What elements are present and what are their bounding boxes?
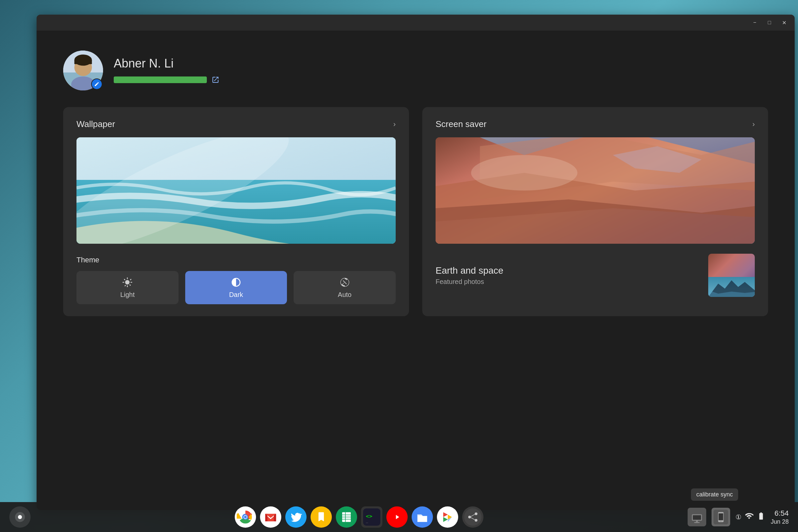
external-link-icon [211, 76, 220, 84]
sheets-icon [338, 508, 355, 526]
avatar-edit-button[interactable] [91, 78, 102, 90]
svg-rect-6 [75, 60, 92, 64]
terminal-icon: <> _ [363, 508, 380, 526]
svg-point-40 [475, 512, 477, 515]
screensaver-content-title: Earth and space [436, 265, 504, 276]
svg-rect-48 [694, 522, 700, 523]
phone-icon [714, 510, 728, 524]
screensaver-thumb-top [708, 254, 755, 277]
share-icon [464, 508, 481, 526]
taskbar-app-phone[interactable] [711, 508, 730, 526]
theme-section-title: Theme [76, 256, 396, 264]
wallpaper-card-header: Wallpaper › [76, 119, 396, 129]
screensaver-thumbnail[interactable] [708, 254, 755, 297]
theme-buttons: Light Dark Au [76, 271, 396, 304]
launcher-button[interactable] [9, 507, 31, 528]
taskbar-left [7, 507, 31, 528]
svg-point-39 [468, 516, 471, 518]
theme-auto-label: Auto [338, 291, 352, 299]
taskbar-tooltip: calibrate sync [691, 489, 738, 501]
screenreader-icon [690, 510, 704, 524]
svg-point-38 [464, 508, 481, 526]
battery-svg [757, 512, 765, 520]
svg-rect-46 [693, 515, 701, 520]
taskbar-app-chrome[interactable] [235, 507, 256, 528]
sun-icon [122, 277, 133, 288]
files-icon [414, 508, 431, 526]
wallpaper-arrow[interactable]: › [393, 120, 396, 129]
launcher-icon [14, 511, 26, 523]
taskbar-app-sheets[interactable] [336, 507, 357, 528]
screensaver-arrow[interactable]: › [753, 120, 755, 129]
wallpaper-preview[interactable] [76, 137, 396, 244]
theme-dark-label: Dark [229, 291, 243, 299]
theme-auto-button[interactable]: Auto [293, 271, 396, 304]
wifi-icon[interactable] [745, 512, 754, 522]
wifi-svg [745, 512, 754, 520]
taskbar: <> _ [0, 502, 798, 532]
auto-icon [340, 277, 350, 288]
svg-text:_: _ [366, 518, 368, 523]
taskbar-app-share[interactable] [462, 507, 483, 528]
svg-point-52 [721, 521, 722, 522]
taskbar-app-twitter[interactable] [285, 507, 307, 528]
profile-bar-row [114, 75, 220, 84]
screensaver-content-subtitle: Featured photos [436, 278, 504, 286]
taskbar-app-files[interactable] [412, 507, 433, 528]
battery-icon[interactable] [757, 512, 765, 522]
taskbar-time: 6:54 [774, 509, 789, 518]
status-icon-1[interactable]: ① [736, 513, 741, 521]
svg-rect-47 [696, 521, 698, 522]
taskbar-clock[interactable]: 6:54 Jun 28 [771, 509, 789, 525]
taskbar-date: Jun 28 [771, 518, 789, 525]
minimize-button[interactable]: − [749, 17, 760, 28]
screensaver-preview[interactable] [436, 137, 755, 244]
taskbar-app-screenreader[interactable] [688, 508, 706, 526]
taskbar-apps: <> _ [31, 507, 688, 528]
svg-point-37 [439, 508, 456, 526]
youtube-icon [388, 508, 406, 526]
taskbar-app-youtube[interactable] [386, 507, 407, 528]
theme-light-button[interactable]: Light [76, 271, 178, 304]
wallpaper-image [76, 137, 396, 244]
profile-section: Abner N. Li [63, 51, 768, 91]
wallpaper-card: Wallpaper › [63, 107, 409, 316]
taskbar-app-play[interactable] [437, 507, 458, 528]
title-bar: − □ ✕ [37, 15, 795, 31]
screensaver-image [436, 137, 755, 244]
edit-icon [94, 81, 99, 87]
svg-rect-51 [719, 513, 723, 520]
close-button[interactable]: ✕ [779, 17, 790, 28]
screensaver-title-label: Screen saver [436, 119, 487, 129]
profile-name: Abner N. Li [114, 57, 220, 71]
theme-light-label: Light [120, 291, 135, 299]
avatar-container [63, 51, 103, 91]
profile-info: Abner N. Li [114, 57, 220, 84]
taskbar-app-gmail[interactable] [260, 507, 281, 528]
taskbar-app-terminal[interactable]: <> _ [361, 507, 382, 528]
screensaver-info-row: Earth and space Featured photos [436, 254, 755, 297]
screensaver-thumb-bottom-image [708, 277, 755, 297]
taskbar-status-icons: ① [736, 512, 765, 522]
twitter-icon [287, 508, 305, 526]
svg-point-19 [244, 516, 247, 518]
screensaver-thumb-bottom [708, 277, 755, 297]
svg-point-14 [18, 515, 22, 519]
profile-link-icon[interactable] [211, 75, 220, 84]
taskbar-app-keep[interactable] [310, 507, 332, 528]
window-content: Abner N. Li Wallpaper › [37, 31, 795, 510]
play-icon [439, 508, 456, 526]
screensaver-card-header: Screen saver › [436, 119, 755, 129]
maximize-button[interactable]: □ [764, 17, 775, 28]
screensaver-info: Earth and space Featured photos [436, 265, 504, 286]
taskbar-right: ① 6:54 Jun 28 [688, 508, 791, 526]
profile-progress-bar [114, 76, 207, 83]
half-circle-icon [231, 277, 241, 288]
theme-dark-button[interactable]: Dark [185, 271, 287, 304]
screensaver-card: Screen saver › [422, 107, 768, 316]
svg-point-11 [471, 155, 577, 191]
chrome-icon [237, 508, 254, 526]
wallpaper-title: Wallpaper [76, 119, 115, 129]
gmail-icon [262, 508, 279, 526]
personalization-window: − □ ✕ [37, 15, 795, 510]
